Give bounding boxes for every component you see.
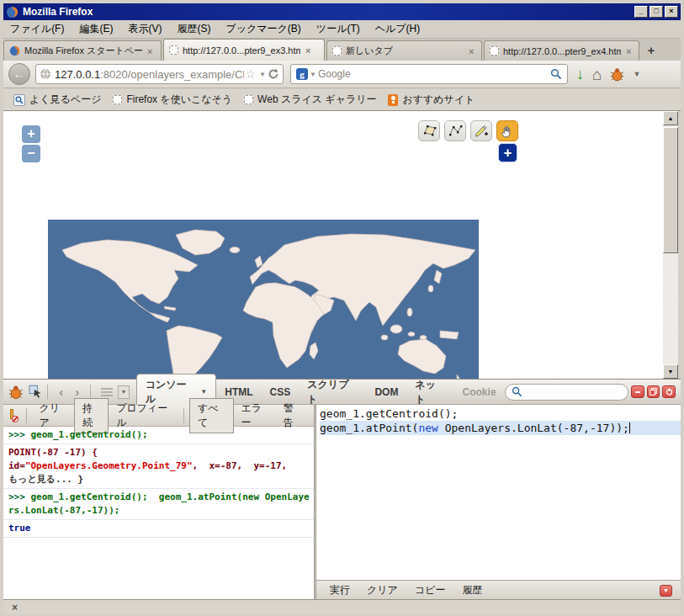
toolbar-overflow-icon[interactable]: ▼ — [633, 70, 640, 78]
title-bar: Mozilla Firefox _ □ × — [3, 3, 681, 20]
tab-close-icon[interactable]: × — [468, 46, 475, 56]
layer-switcher-button[interactable]: + — [498, 143, 517, 162]
menu-tools[interactable]: ツール(T) — [316, 22, 360, 36]
page-content: + − + — [3, 111, 663, 379]
console-log-panel: クリア 持続 プロフィール すべて エラー 警告 >>> geom_1.getC… — [3, 405, 314, 600]
draw-polygon-tool[interactable] — [418, 120, 440, 141]
bookmark-suggested-sites[interactable]: おすすめサイト — [384, 93, 478, 107]
zoom-in-button[interactable]: + — [22, 125, 40, 143]
console-filter-bar: クリア 持続 プロフィール すべて エラー 警告 — [3, 405, 314, 427]
search-icon[interactable] — [550, 68, 562, 80]
console-command-echo: >>> geom_1.getCentroid(); geom_1.atPoint… — [3, 489, 314, 520]
console-forward-icon[interactable]: › — [69, 385, 85, 399]
bookmark-most-visited[interactable]: よく見るページ — [10, 93, 104, 107]
firebug-close-button[interactable] — [662, 385, 676, 398]
scroll-down-icon[interactable]: ▼ — [663, 364, 678, 379]
search-placeholder: Google — [318, 68, 550, 80]
filter-all-button[interactable]: すべて — [189, 398, 234, 433]
copy-button[interactable]: コピー — [410, 581, 451, 599]
scrollbar-thumb[interactable] — [663, 127, 678, 253]
tab-close-icon[interactable]: × — [146, 46, 153, 56]
menu-bookmarks[interactable]: ブックマーク(B) — [225, 22, 300, 36]
url-dropdown-icon[interactable]: ▼ — [257, 71, 268, 78]
profile-button[interactable]: プロフィール — [109, 399, 178, 433]
tab-label: Mozilla Firefox スタートページ — [24, 45, 142, 57]
tab-new[interactable]: 新しいタブ × — [326, 40, 482, 61]
tab-close-icon[interactable]: × — [305, 45, 311, 56]
google-icon: g — [296, 68, 308, 80]
downloads-icon[interactable]: ↓ — [576, 66, 584, 82]
firebug-search-box[interactable] — [505, 384, 628, 401]
editor-line-highlighted: geom_1.atPoint(new OpenLayers.LonLat(-87… — [320, 421, 681, 435]
new-tab-button[interactable]: + — [641, 42, 661, 61]
menu-history[interactable]: 履歴(S) — [177, 22, 210, 36]
zoom-out-button[interactable]: − — [22, 145, 40, 162]
firebug-search-input[interactable] — [526, 387, 618, 397]
bookmark-star-icon[interactable]: ☆ — [244, 67, 258, 81]
scroll-up-icon[interactable]: ▲ — [663, 111, 678, 125]
tab-label: http://127.0.0...pter9_ex3.html — [183, 45, 300, 56]
url-bar[interactable]: 127.0.0.1 :8020/openlayers_example/Chapt… — [35, 64, 284, 84]
home-icon[interactable]: ⌂ — [592, 66, 602, 82]
vertical-scrollbar[interactable]: ▲ ▼ — [663, 111, 678, 379]
firefox-favicon — [9, 45, 20, 56]
blank-favicon — [490, 46, 499, 56]
editor-line: geom_1.getCentroid(); — [320, 406, 681, 421]
console-object-result: POINT(-87 -17) {id="OpenLayers.Geometry.… — [3, 444, 314, 489]
firebug-icon[interactable] — [610, 67, 624, 82]
bookmark-web-slice-gallery[interactable]: Web スライス ギャラリー — [241, 93, 379, 107]
tab-cookie[interactable]: Cookie — [454, 383, 505, 401]
map-zoom-control: + − — [22, 125, 40, 164]
firebug-panel: ‹ › ▼ コンソール ▼ HTML CSS スクリプト DOM ネット Coo… — [3, 379, 681, 599]
clear-button[interactable]: クリア — [362, 581, 403, 599]
reload-icon[interactable] — [268, 68, 279, 80]
navigation-bar: ← 127.0.0.1 :8020/openlayers_example/Cha… — [3, 61, 681, 88]
blank-favicon — [244, 95, 253, 104]
filter-warnings-button[interactable]: 警告 — [276, 399, 309, 433]
keyword-new: new — [418, 422, 437, 434]
collapse-editor-icon[interactable]: ▼ — [660, 585, 672, 597]
bookmark-getting-started[interactable]: Firefox を使いこなそう — [109, 93, 236, 107]
back-button[interactable]: ← — [8, 63, 30, 85]
findbar-close-icon[interactable]: × — [12, 602, 18, 613]
world-map[interactable] — [48, 220, 479, 379]
history-button[interactable]: 履歴 — [457, 581, 487, 599]
pan-tool[interactable] — [496, 120, 518, 141]
object-more-link[interactable]: もっと見る... — [8, 474, 72, 485]
menu-file[interactable]: ファイル(F) — [10, 22, 64, 36]
draw-line-tool[interactable] — [444, 120, 466, 141]
menu-edit[interactable]: 編集(E) — [79, 22, 113, 36]
inspect-element-icon[interactable] — [29, 385, 43, 399]
separator — [47, 385, 48, 400]
tab-start-page[interactable]: Mozilla Firefox スタートページ × — [3, 40, 162, 61]
break-on-error-icon[interactable] — [8, 409, 18, 422]
run-button[interactable]: 実行 — [325, 581, 355, 599]
close-button[interactable]: × — [665, 6, 678, 18]
window-title: Mozilla Firefox — [23, 6, 633, 18]
tab-dom[interactable]: DOM — [366, 383, 406, 401]
console-back-icon[interactable]: ‹ — [53, 385, 69, 399]
map-editing-toolbar — [418, 120, 518, 141]
menu-bar: ファイル(F) 編集(E) 表示(V) 履歴(S) ブックマーク(B) ツール(… — [3, 20, 681, 39]
firebug-menu-icon[interactable] — [8, 385, 24, 400]
list-icon[interactable] — [101, 388, 113, 396]
command-editor[interactable]: geom_1.getCentroid(); geom_1.atPoint(new… — [316, 405, 681, 580]
search-bar[interactable]: g ▼ Google — [290, 64, 568, 84]
clear-button[interactable]: クリア — [31, 399, 74, 433]
bookmark-label: よく見るページ — [29, 93, 101, 107]
menu-help[interactable]: ヘルプ(H) — [375, 22, 421, 36]
draw-point-tool[interactable] — [470, 120, 492, 141]
search-engine-dropdown-icon[interactable]: ▼ — [308, 71, 318, 78]
minimize-button[interactable]: _ — [634, 6, 648, 18]
maximize-button[interactable]: □ — [650, 6, 663, 18]
tab-ex4[interactable]: http://127.0.0...pter9_ex4.html × — [484, 40, 639, 61]
firebug-detach-button[interactable] — [647, 385, 660, 398]
status-bar: × — [3, 599, 681, 614]
options-dropdown-icon[interactable]: ▼ — [118, 385, 130, 399]
filter-errors-button[interactable]: エラー — [234, 399, 276, 433]
bookmarks-bar: よく見るページ Firefox を使いこなそう Web スライス ギャラリー お… — [3, 89, 681, 111]
menu-view[interactable]: 表示(V) — [128, 22, 162, 36]
firebug-minimize-button[interactable] — [631, 385, 644, 398]
tab-close-icon[interactable]: × — [625, 46, 632, 56]
tab-ex3[interactable]: http://127.0.0...pter9_ex3.html × — [163, 39, 325, 61]
